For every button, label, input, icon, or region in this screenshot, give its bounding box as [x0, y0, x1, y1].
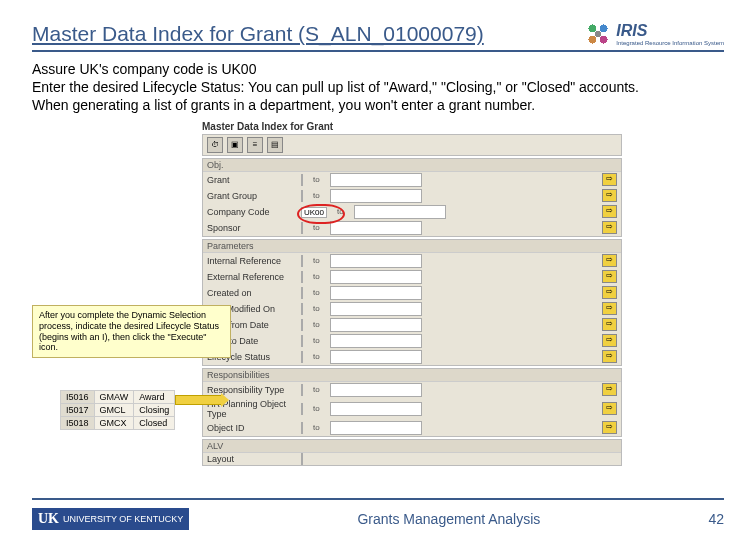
- field-input[interactable]: [301, 287, 303, 299]
- sap-group-header: Parameters: [203, 240, 621, 253]
- footer: UK UNIVERSITY OF KENTUCKY Grants Managem…: [0, 508, 756, 530]
- sap-field-row: External Referenceto⇨: [203, 269, 621, 285]
- field-label: Internal Reference: [207, 256, 297, 266]
- to-label: to: [313, 404, 320, 413]
- field-input[interactable]: [301, 303, 303, 315]
- sap-field-row: Valid-from Dateto⇨: [203, 317, 621, 333]
- field-input-to[interactable]: [330, 270, 422, 284]
- multiple-select-icon[interactable]: ⇨: [602, 189, 617, 202]
- multiple-select-icon[interactable]: ⇨: [602, 421, 617, 434]
- field-input-to[interactable]: [330, 254, 422, 268]
- title-row: Master Data Index for Grant (S_ALN_01000…: [32, 20, 724, 52]
- logo-subtext: Integrated Resource Information System: [616, 40, 724, 46]
- uk-label: UNIVERSITY OF KENTUCKY: [63, 514, 183, 524]
- field-input-to[interactable]: [330, 302, 422, 316]
- field-input[interactable]: [301, 271, 303, 283]
- table-cell: GMAW: [94, 391, 134, 404]
- multiple-select-icon[interactable]: ⇨: [602, 254, 617, 267]
- to-label: to: [313, 320, 320, 329]
- field-label: Object ID: [207, 423, 297, 433]
- field-input-to[interactable]: [330, 221, 422, 235]
- to-label: to: [313, 336, 320, 345]
- to-label: to: [313, 191, 320, 200]
- multiple-select-icon[interactable]: ⇨: [602, 302, 617, 315]
- field-input-to[interactable]: [330, 334, 422, 348]
- field-input[interactable]: [301, 351, 303, 363]
- table-row: I5017GMCLClosing: [61, 404, 175, 417]
- multiple-select-icon[interactable]: ⇨: [602, 334, 617, 347]
- footer-divider: [32, 498, 724, 500]
- dynamic-select-icon[interactable]: ≡: [247, 137, 263, 153]
- sap-group: ALVLayout: [202, 439, 622, 466]
- field-input-to[interactable]: [330, 402, 422, 416]
- to-label: to: [313, 423, 320, 432]
- sap-field-row: Valid-to Dateto⇨: [203, 333, 621, 349]
- sap-field-row: Grant Groupto⇨: [203, 188, 621, 204]
- to-label: to: [313, 175, 320, 184]
- uk-short: UK: [38, 511, 59, 527]
- multiple-select-icon[interactable]: ⇨: [602, 173, 617, 186]
- callout-text: After you complete the Dynamic Selection…: [39, 310, 219, 352]
- sap-field-row: Layout: [203, 453, 621, 465]
- table-row: I5018GMCXClosed: [61, 417, 175, 430]
- sap-window-title: Master Data Index for Grant: [202, 119, 622, 134]
- field-input-to[interactable]: [330, 421, 422, 435]
- field-input[interactable]: [301, 190, 303, 202]
- page-number: 42: [708, 511, 724, 527]
- field-input[interactable]: [301, 319, 303, 331]
- lifecycle-table: I5016GMAWAwardI5017GMCLClosingI5018GMCXC…: [60, 390, 175, 430]
- sap-field-row: Internal Referenceto⇨: [203, 253, 621, 269]
- uk-logo: UK UNIVERSITY OF KENTUCKY: [32, 508, 189, 530]
- multiple-select-icon[interactable]: ⇨: [602, 286, 617, 299]
- sap-group-header: Obj.: [203, 159, 621, 172]
- field-input[interactable]: [301, 174, 303, 186]
- sap-field-row: Company CodeUK00to⇨: [203, 204, 621, 220]
- field-input-to[interactable]: [330, 350, 422, 364]
- instruction-line: When generating a list of grants in a de…: [32, 96, 724, 114]
- multiple-select-icon[interactable]: ⇨: [602, 318, 617, 331]
- field-input[interactable]: [301, 335, 303, 347]
- field-input-to[interactable]: [330, 286, 422, 300]
- field-input-to[interactable]: [330, 173, 422, 187]
- multiple-select-icon[interactable]: ⇨: [602, 270, 617, 283]
- multiple-select-icon[interactable]: ⇨: [602, 221, 617, 234]
- sap-field-row: Sponsorto⇨: [203, 220, 621, 236]
- field-label: Layout: [207, 454, 297, 464]
- table-cell: I5018: [61, 417, 95, 430]
- footer-title: Grants Management Analysis: [357, 511, 540, 527]
- field-input-to[interactable]: [330, 383, 422, 397]
- to-label: to: [313, 256, 320, 265]
- field-input[interactable]: [301, 255, 303, 267]
- multiple-select-icon[interactable]: ⇨: [602, 383, 617, 396]
- field-input[interactable]: [301, 384, 303, 396]
- field-input[interactable]: [301, 403, 303, 415]
- expand-icon[interactable]: ▣: [227, 137, 243, 153]
- callout-box: After you complete the Dynamic Selection…: [32, 305, 231, 358]
- flower-icon: [584, 20, 612, 48]
- field-input-to[interactable]: [330, 318, 422, 332]
- sap-group: Obj.Grantto⇨Grant Groupto⇨Company CodeUK…: [202, 158, 622, 237]
- field-input-to[interactable]: [354, 205, 446, 219]
- multiple-select-icon[interactable]: ⇨: [602, 205, 617, 218]
- sap-group-header: Responsibilities: [203, 369, 621, 382]
- field-label: Company Code: [207, 207, 297, 217]
- field-input-to[interactable]: [330, 189, 422, 203]
- sap-field-row: HR Planning Object Typeto⇨: [203, 398, 621, 420]
- field-input[interactable]: [301, 222, 303, 234]
- execute-icon[interactable]: ⏱: [207, 137, 223, 153]
- table-cell: Award: [134, 391, 175, 404]
- table-cell: Closed: [134, 417, 175, 430]
- table-cell: I5016: [61, 391, 95, 404]
- sap-field-row: Grantto⇨: [203, 172, 621, 188]
- field-label: External Reference: [207, 272, 297, 282]
- sap-group-header: ALV: [203, 440, 621, 453]
- table-cell: GMCX: [94, 417, 134, 430]
- logo-text: IRIS: [616, 22, 647, 39]
- sap-field-row: Object IDto⇨: [203, 420, 621, 436]
- multiple-select-icon[interactable]: ⇨: [602, 350, 617, 363]
- field-input[interactable]: [301, 453, 303, 465]
- multiple-select-icon[interactable]: ⇨: [602, 402, 617, 415]
- variant-icon[interactable]: ▤: [267, 137, 283, 153]
- sap-field-row: Responsibility Typeto⇨: [203, 382, 621, 398]
- field-input[interactable]: [301, 422, 303, 434]
